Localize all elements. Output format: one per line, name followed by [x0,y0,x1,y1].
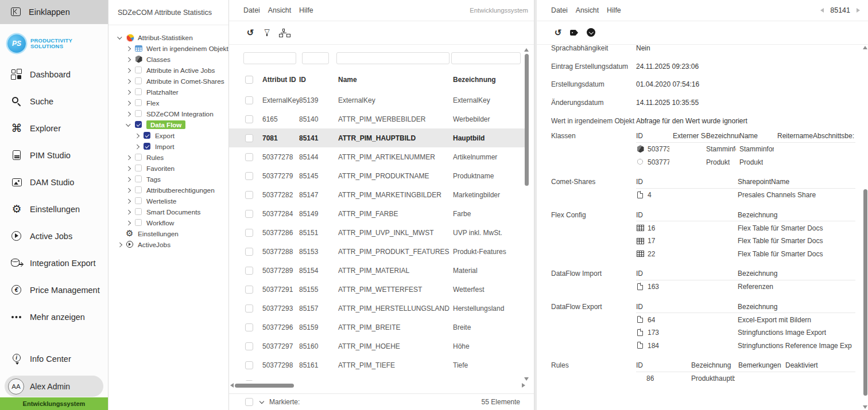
section-table-row[interactable]: 4 Presales Channels Share [636,189,855,202]
tree-node[interactable]: Einstellungen [108,228,228,239]
scroll-left-icon[interactable] [230,383,234,388]
detail-scrollbar[interactable] [863,46,867,409]
menu-item[interactable]: Ansicht [576,6,599,14]
chev-right-icon[interactable] [126,198,131,204]
sidebar-item[interactable]: Dashboard [0,61,108,88]
sidebar-item[interactable]: Einstellungen [0,196,108,222]
scroll-up-icon[interactable] [524,48,529,52]
row-checkbox[interactable] [245,153,253,161]
row-checkbox[interactable] [245,286,253,294]
row-checkbox[interactable] [245,134,253,142]
app-logo[interactable]: PS PRODUCTIVITY SOLUTIONS [0,24,108,56]
chev-right-icon[interactable] [135,144,140,149]
orgchart-icon[interactable] [278,28,289,38]
chev-right-icon[interactable] [126,46,131,51]
table-row[interactable]: 50377296 85159 ATTR_PIM_BREITE Breite [229,318,525,337]
tree-node[interactable]: Tags [108,174,228,185]
select-all-checkbox[interactable] [245,76,253,84]
table-row[interactable]: 50377279 85145 ATTR_PIM_PRODUKTNAME Prod… [229,166,525,185]
user-menu[interactable]: AA Alex Admin [5,376,103,397]
previous-record-icon[interactable] [820,8,824,13]
tree-node[interactable]: Attribut-Statistiken [108,32,228,43]
chev-right-icon[interactable] [126,79,131,84]
tree-node[interactable]: Smart Documents [108,206,228,217]
refresh-icon[interactable] [245,28,255,38]
scroll-down-icon[interactable] [863,405,867,409]
section-table-row[interactable]: 184 Stringfunctions Reference Image Expo… [636,339,855,352]
menu-item[interactable]: Datei [551,6,568,14]
tree-node[interactable]: Platzhalter [108,87,228,97]
table-row[interactable]: 50377298 85161 ATTR_PIM_TIEFE Tiefe [229,356,525,374]
sidebar-item[interactable]: Explorer [0,115,108,142]
row-checkbox[interactable] [245,248,253,256]
sidebar-item[interactable]: DAM Studio [0,169,108,196]
tree-node[interactable]: Attributberechtigungen [108,185,228,196]
table-row[interactable]: ExternalKey 85139 ExternalKey ExternalKe… [229,91,525,110]
chev-none-icon[interactable] [118,231,123,236]
vertical-scrollbar[interactable] [524,48,529,381]
sidebar-item-info-center[interactable]: Info Center [0,345,108,372]
chev-right-icon[interactable] [126,100,131,106]
filter-name-input[interactable] [336,52,450,64]
circledown-icon[interactable] [586,28,596,38]
next-record-icon[interactable] [857,8,860,13]
column-header-bezeichnung[interactable]: Bezeichnung [453,76,525,84]
row-checkbox[interactable] [245,304,253,313]
tree-node[interactable]: Werteliste [108,196,228,206]
section-table-row[interactable]: 17 Flex Table für Smarter Docs [636,235,855,248]
chev-right-icon[interactable] [126,89,131,95]
section-table-row[interactable]: 173 Stringfunctions Image Export [636,326,855,339]
tree-node[interactable]: SDZeCOM Integration [108,108,228,119]
sidebar-item[interactable]: Price Management [0,276,108,303]
tree-node[interactable]: Attribute in Active Jobs [108,65,228,76]
tree-node[interactable]: Attribute in Comet-Shares [108,76,228,87]
tree-node[interactable]: Export [108,130,228,141]
table-row[interactable]: 50377284 85149 ATTR_PIM_FARBE Farbe [229,204,525,223]
row-checkbox[interactable] [245,96,253,104]
section-table-row[interactable]: 16 Flex Table für Smarter Docs [636,221,855,235]
table-row[interactable]: 50377297 85160 ATTR_PIM_HOEHE Höhe [229,337,525,356]
chev-down-icon[interactable] [118,35,123,40]
row-checkbox[interactable] [245,342,253,350]
vertical-scrollbar-thumb[interactable] [525,54,529,186]
chev-right-icon[interactable] [126,68,131,73]
section-table-row[interactable]: 50377705 [636,155,855,169]
table-row[interactable]: 50377289 85154 ATTR_PIM_MATERIAL Materia… [229,261,525,280]
chevron-down-icon[interactable] [259,399,265,405]
section-table-row[interactable]: 22 Flex Table für Smarter Docs [636,247,855,260]
table-row[interactable]: 6165 85140 ATTR_PIM_WERBEBILDER Werbebil… [229,110,525,128]
menu-item[interactable]: Datei [243,6,260,14]
sidebar-item[interactable]: Integration Export [0,249,108,276]
table-row[interactable]: 50377282 85147 ATTR_PIM_MARKETINGBILDER … [229,185,525,204]
tree-node[interactable]: ActiveJobs [108,239,228,250]
chev-right-icon[interactable] [118,242,123,247]
horizontal-scrollbar[interactable] [230,382,525,389]
row-checkbox[interactable] [245,267,253,275]
tree-node[interactable]: Import [108,141,228,152]
tagfill-icon[interactable] [569,28,580,38]
row-checkbox[interactable] [245,229,253,237]
table-row[interactable]: 7081 85141 ATTR_PIM_HAUPTBILD Hauptbild [229,128,525,147]
tree-node[interactable]: Wert in irgendeinem Objekt [108,43,228,54]
refresh-icon[interactable] [553,28,563,38]
tree-node[interactable]: Flex [108,97,228,108]
table-row[interactable]: 50377293 85157 ATTR_PIM_HERSTELLUNGSLAND… [229,299,525,318]
section-table-row[interactable]: 86 Produkthauptbild ni [636,372,855,385]
column-header-id[interactable]: ID [299,76,338,84]
sidebar-item[interactable]: Mehr anzeigen [0,303,108,330]
detail-scrollbar-thumb[interactable] [863,189,867,396]
table-row[interactable]: 50377286 85151 ATTR_PIM_UVP_INKL_MWST UV… [229,223,525,242]
row-checkbox[interactable] [245,380,253,381]
chev-right-icon[interactable] [126,220,131,225]
section-table-row[interactable]: 163 Referenzen [636,280,855,294]
chev-right-icon[interactable] [126,111,131,116]
section-table-row[interactable]: 64 Excel-Export mit Bildern [636,313,855,326]
chev-right-icon[interactable] [135,133,140,138]
chev-right-icon[interactable] [126,166,131,171]
column-header-attribut-id[interactable]: Attribut ID [262,76,299,84]
sidebar-item[interactable]: Active Jobs [0,222,108,249]
filter-id-input[interactable] [302,52,329,64]
row-checkbox[interactable] [245,172,253,180]
tree-node[interactable]: Favoriten [108,163,228,174]
menu-item[interactable]: Hilfe [607,6,621,14]
